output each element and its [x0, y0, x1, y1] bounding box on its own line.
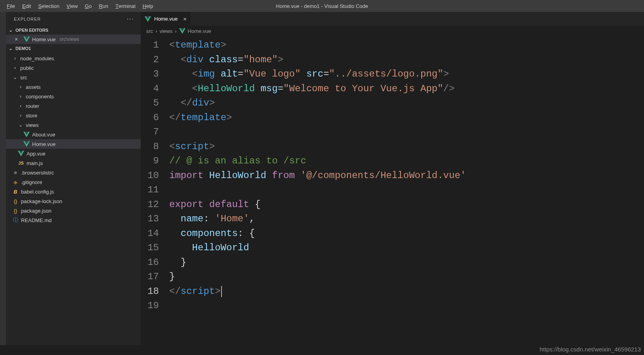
tab-home-vue[interactable]: Home.vue × [141, 12, 191, 26]
tree-item--browserslistrc[interactable]: ≡.browserslistrc [6, 168, 141, 177]
breadcrumb-item[interactable]: src [146, 28, 153, 34]
close-icon[interactable]: × [15, 36, 21, 42]
chevron-right-icon: › [12, 56, 18, 61]
tree-item-readme-md[interactable]: ⓘREADME.md [6, 215, 141, 225]
close-icon[interactable]: × [183, 15, 187, 22]
menu-go[interactable]: Go [81, 0, 95, 12]
chevron-down-icon: ⌄ [8, 27, 14, 33]
babel-icon: B [12, 189, 19, 195]
menu-view[interactable]: View [63, 0, 81, 12]
chevron-right-icon: › [12, 65, 18, 71]
tree-item-components[interactable]: ›components [6, 92, 141, 101]
chevron-down-icon: ⌄ [8, 46, 14, 51]
menu-file[interactable]: File [3, 0, 19, 12]
tree-item-home-vue[interactable]: Home.vue [6, 139, 141, 149]
editor-tabs: Home.vue × [141, 12, 644, 26]
open-editor-item[interactable]: ×Home.vuesrc\views [6, 35, 141, 44]
json-icon: {} [12, 208, 19, 214]
breadcrumb-item[interactable]: views [160, 28, 173, 34]
vue-icon [18, 150, 24, 157]
chevron-right-icon: › [155, 28, 157, 34]
more-icon[interactable]: ··· [127, 15, 134, 23]
tree-item-src[interactable]: ⌄src [6, 73, 141, 82]
tree-item-babel-config-js[interactable]: Bbabel.config.js [6, 187, 141, 196]
menu-terminal[interactable]: Terminal [112, 0, 139, 12]
tree-item-assets[interactable]: ›assets [6, 82, 141, 92]
json-icon: {} [12, 198, 19, 204]
tree-item-package-lock-json[interactable]: {}package-lock.json [6, 196, 141, 206]
chevron-right-icon: › [175, 28, 176, 34]
chevron-down-icon: ⌄ [12, 75, 18, 80]
text-cursor [221, 286, 222, 297]
menu-help[interactable]: Help [139, 0, 157, 12]
open-editors-header[interactable]: ⌄ OPEN EDITORS [6, 26, 141, 35]
config-icon: ≡ [12, 170, 19, 176]
breadcrumbs[interactable]: src › views › Home.vue [141, 26, 644, 36]
menu-bar: FileEditSelectionViewGoRunTerminalHelp H… [0, 0, 644, 12]
menu-selection[interactable]: Selection [34, 0, 63, 12]
watermark-text: https://blog.csdn.net/weixin_46596213 [540, 346, 641, 353]
code-content[interactable]: <template> <div class="home"> <img alt="… [169, 38, 644, 345]
code-editor[interactable]: 12345678910111213141516171819 <template>… [141, 36, 644, 345]
tab-label: Home.vue [154, 16, 178, 22]
project-header[interactable]: ⌄ DEMO1 [6, 44, 141, 53]
chevron-down-icon: ⌄ [18, 122, 23, 128]
tree-item-main-js[interactable]: JSmain.js [6, 158, 141, 168]
chevron-right-icon: › [18, 84, 23, 90]
explorer-sidebar: EXPLORER ··· ⌄ OPEN EDITORS ×Home.vuesrc… [6, 12, 141, 345]
menu-run[interactable]: Run [95, 0, 112, 12]
tree-item-views[interactable]: ⌄views [6, 120, 141, 130]
tree-item-router[interactable]: ›router [6, 101, 141, 111]
vue-icon [23, 36, 30, 42]
menu-edit[interactable]: Edit [19, 0, 34, 12]
js-icon: JS [18, 161, 24, 165]
vue-icon [179, 28, 185, 34]
breadcrumb-item[interactable]: Home.vue [188, 28, 211, 34]
tree-item-about-vue[interactable]: About.vue [6, 130, 141, 139]
chevron-right-icon: › [18, 113, 23, 118]
explorer-title: EXPLORER [14, 17, 41, 21]
tree-item-public[interactable]: ›public [6, 63, 141, 73]
vue-icon [145, 16, 151, 22]
tree-item-app-vue[interactable]: App.vue [6, 149, 141, 158]
vue-icon [23, 131, 30, 138]
chevron-right-icon: › [18, 103, 23, 109]
git-icon: ◆ [12, 179, 19, 185]
tree-item--gitignore[interactable]: ◆.gitignore [6, 177, 141, 187]
info-icon: ⓘ [12, 217, 19, 224]
vue-icon [23, 141, 30, 147]
tree-item-package-json[interactable]: {}package.json [6, 206, 141, 215]
tree-item-node_modules[interactable]: ›node_modules [6, 54, 141, 63]
tree-item-store[interactable]: ›store [6, 111, 141, 120]
activity-bar [0, 12, 6, 345]
chevron-right-icon: › [18, 94, 23, 99]
line-gutter: 12345678910111213141516171819 [141, 38, 169, 345]
